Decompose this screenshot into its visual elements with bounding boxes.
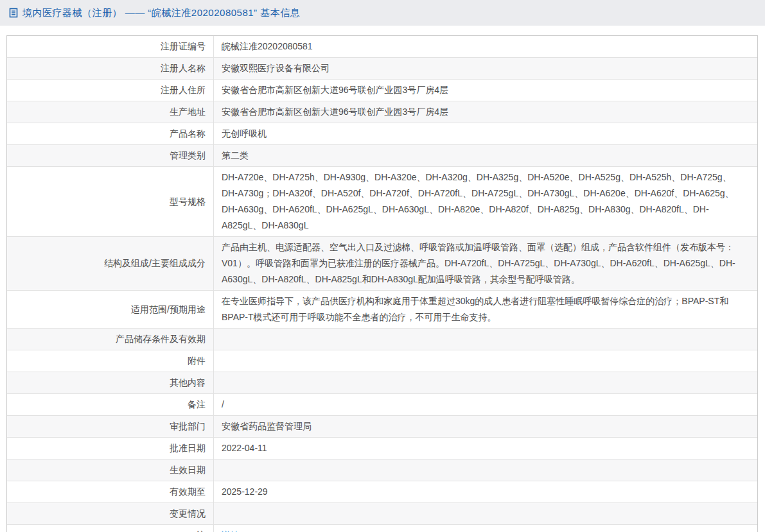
row-value: DH-A720e、DH-A725h、DH-A930g、DH-A320e、DH-A… <box>222 169 746 234</box>
row-value: 2022-04-11 <box>222 440 267 456</box>
table-row: 生产地址 安徽省合肥市高新区创新大道96号联创产业园3号厂房4层 <box>7 101 757 123</box>
table-row: 管理类别 第二类 <box>7 144 757 166</box>
row-label: 适用范围/预期用途 <box>131 302 206 318</box>
table-row: 适用范围/预期用途 在专业医师指导下，该产品供医疗机构和家庭用于体重超过30kg… <box>7 290 757 328</box>
row-value: 皖械注准20202080581 <box>222 39 313 55</box>
table-row: 结构及组成/主要组成成分 产品由主机、电源适配器、空气出入口及过滤棉、呼吸管路或… <box>7 236 757 290</box>
row-value-cell: 在专业医师指导下，该产品供医疗机构和家庭用于体重超过30kg的成人患者进行阻塞性… <box>214 291 757 328</box>
row-label-cell: 注册人名称 <box>7 58 214 79</box>
row-label: 审批部门 <box>170 418 206 434</box>
row-value-cell <box>214 329 757 350</box>
row-label: 产品储存条件及有效期 <box>116 331 206 347</box>
table-row: 产品储存条件及有效期 <box>7 328 757 350</box>
table-row: 备注 / <box>7 393 757 415</box>
row-label: 生效日期 <box>170 462 206 478</box>
row-value-cell: 2025-12-29 <box>214 481 757 502</box>
row-value: 产品由主机、电源适配器、空气出入口及过滤棉、呼吸管路或加温呼吸管路、面罩（选配）… <box>222 239 746 287</box>
page-header: 境内医疗器械（注册） —— “皖械注准20202080581” 基本信息 <box>0 0 765 26</box>
row-label: 附件 <box>188 353 206 369</box>
row-value: 安徽省药品监督管理局 <box>222 418 312 434</box>
row-label-cell: 管理类别 <box>7 145 214 166</box>
row-label: 其他内容 <box>170 375 206 391</box>
table-row: 注册人名称 安徽双熙医疗设备有限公司 <box>7 57 757 79</box>
row-value-cell: 安徽省药品监督管理局 <box>214 416 757 437</box>
row-value: 在专业医师指导下，该产品供医疗机构和家庭用于体重超过30kg的成人患者进行阻塞性… <box>222 293 746 325</box>
row-value-cell: / <box>214 394 757 415</box>
row-label: 结构及组成/主要组成成分 <box>104 255 206 271</box>
row-value-cell <box>214 503 757 524</box>
row-value-cell <box>214 372 757 393</box>
row-label-cell: 产品储存条件及有效期 <box>7 329 214 350</box>
row-label: 备注 <box>188 397 206 413</box>
row-label-cell: 注册人住所 <box>7 80 214 101</box>
row-label-cell: 型号规格 <box>7 167 214 236</box>
row-label-cell: 批准日期 <box>7 438 214 459</box>
row-value: 第二类 <box>222 148 249 164</box>
row-label-cell: 变更情况 <box>7 503 214 524</box>
page-title: 境内医疗器械（注册） —— “皖械注准20202080581” 基本信息 <box>22 7 300 19</box>
row-label: 型号规格 <box>170 194 206 210</box>
row-value: 无创呼吸机 <box>222 126 267 142</box>
row-value-cell: 2022-04-11 <box>214 438 757 459</box>
row-label-cell: 备注 <box>7 394 214 415</box>
row-value: 安徽省合肥市高新区创新大道96号联创产业园3号厂房4层 <box>222 82 448 98</box>
table-row: 型号规格 DH-A720e、DH-A725h、DH-A930g、DH-A320e… <box>7 166 757 236</box>
row-label-cell: 注 <box>7 525 214 532</box>
row-label-cell: 其他内容 <box>7 372 214 393</box>
table-row: 附件 <box>7 350 757 372</box>
row-label-cell: 附件 <box>7 350 214 372</box>
row-label-cell: 有效期至 <box>7 481 214 502</box>
table-row: 变更情况 <box>7 502 757 524</box>
row-value-cell: 安徽省合肥市高新区创新大道96号联创产业园3号厂房4层 <box>214 101 757 123</box>
row-label-cell: 审批部门 <box>7 416 214 437</box>
row-value-cell: 安徽省合肥市高新区创新大道96号联创产业园3号厂房4层 <box>214 80 757 101</box>
row-value-cell: 第二类 <box>214 145 757 166</box>
row-value-cell: 皖械注准20202080581 <box>214 36 757 57</box>
row-label-cell: 结构及组成/主要组成成分 <box>7 237 214 290</box>
table-row: 产品名称 无创呼吸机 <box>7 123 757 144</box>
table-row: 批准日期 2022-04-11 <box>7 437 757 459</box>
row-value: / <box>222 397 224 413</box>
table-row: 注册人住所 安徽省合肥市高新区创新大道96号联创产业园3号厂房4层 <box>7 79 757 101</box>
row-label: 注册人住所 <box>161 82 206 98</box>
row-label: 管理类别 <box>170 148 206 164</box>
row-label: 注册证编号 <box>161 39 206 55</box>
row-label-cell: 适用范围/预期用途 <box>7 291 214 328</box>
row-label: 生产地址 <box>170 104 206 120</box>
row-label-cell: 产品名称 <box>7 123 214 144</box>
row-value: 安徽省合肥市高新区创新大道96号联创产业园3号厂房4层 <box>222 104 448 120</box>
row-label: 注 <box>197 528 206 532</box>
row-label-cell: 注册证编号 <box>7 36 214 57</box>
row-value-cell: 详情 <box>214 525 757 532</box>
row-value-cell: 产品由主机、电源适配器、空气出入口及过滤棉、呼吸管路或加温呼吸管路、面罩（选配）… <box>214 237 757 290</box>
document-icon <box>9 8 18 18</box>
row-label: 变更情况 <box>170 506 206 522</box>
row-label-cell: 生效日期 <box>7 459 214 481</box>
table-row: 有效期至 2025-12-29 <box>7 481 757 502</box>
row-label: 有效期至 <box>170 484 206 500</box>
row-value: 2025-12-29 <box>222 484 268 500</box>
row-value-cell: 无创呼吸机 <box>214 123 757 144</box>
registration-info-table: 注册证编号 皖械注准20202080581 注册人名称 安徽双熙医疗设备有限公司 <box>6 35 758 532</box>
row-value-cell: 安徽双熙医疗设备有限公司 <box>214 58 757 79</box>
row-value-cell <box>214 459 757 481</box>
table-row: 生效日期 <box>7 459 757 481</box>
row-label: 批准日期 <box>170 440 206 456</box>
table-row: 注册证编号 皖械注准20202080581 <box>7 36 757 57</box>
table-row: 注 详情 <box>7 524 757 532</box>
row-label: 产品名称 <box>170 126 206 142</box>
row-label: 注册人名称 <box>161 60 206 76</box>
row-value: 安徽双熙医疗设备有限公司 <box>222 60 330 76</box>
row-value-cell: DH-A720e、DH-A725h、DH-A930g、DH-A320e、DH-A… <box>214 167 757 236</box>
row-label-cell: 生产地址 <box>7 101 214 123</box>
row-value-cell <box>214 350 757 372</box>
table-row: 审批部门 安徽省药品监督管理局 <box>7 415 757 437</box>
table-row: 其他内容 <box>7 372 757 393</box>
detail-link[interactable]: 详情 <box>222 528 240 532</box>
